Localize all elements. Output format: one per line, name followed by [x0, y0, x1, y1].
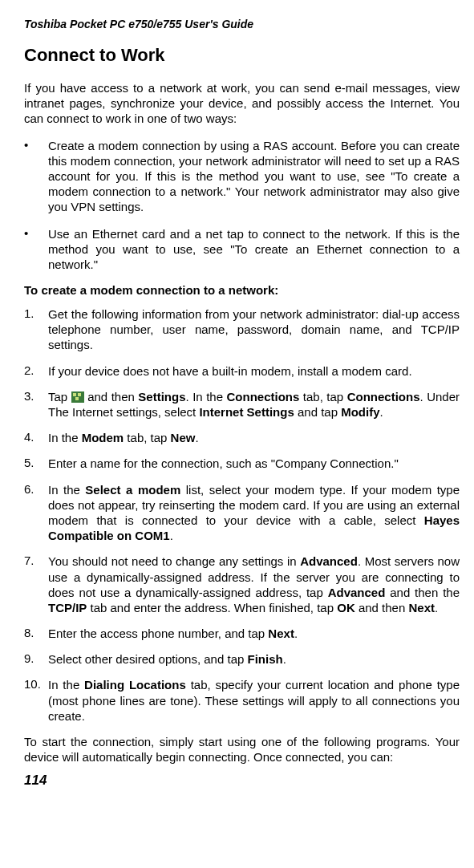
step-number: 5.	[24, 456, 48, 471]
bold-text: Finish	[248, 652, 283, 666]
step-text: Tap and then Settings. In the Connection…	[48, 389, 460, 420]
bullet-text: Use an Ethernet card and a net tap to co…	[48, 226, 460, 273]
page-container: Toshiba Pocket PC e750/e755 User's Guide…	[0, 0, 474, 805]
text-run: . In the	[186, 390, 227, 404]
list-item: 1. Get the following information from yo…	[24, 306, 460, 353]
running-head: Toshiba Pocket PC e750/e755 User's Guide	[24, 18, 460, 30]
bold-text: Modem	[82, 431, 124, 444]
step-number: 3.	[24, 389, 48, 420]
step-text: You should not need to change any settin…	[48, 554, 460, 615]
step-number: 8.	[24, 626, 48, 641]
text-run: and then the	[385, 586, 460, 599]
step-text: In the Dialing Locations tab, specify yo…	[48, 677, 460, 724]
text-run: Enter the access phone number, and tap	[48, 627, 268, 640]
bold-text: OK	[337, 601, 355, 614]
start-flag-icon	[71, 391, 84, 402]
bullet-text: Create a modem connection by using a RAS…	[48, 138, 460, 215]
text-run: In the	[48, 483, 85, 497]
text-run: .	[170, 529, 173, 542]
step-number: 4.	[24, 430, 48, 445]
list-item: 5. Enter a name for the connection, such…	[24, 456, 460, 471]
step-number: 6.	[24, 482, 48, 544]
text-run: .	[380, 405, 383, 419]
step-number: 1.	[24, 306, 48, 353]
bold-text: Select a modem	[85, 483, 180, 497]
bold-text: TCP/IP	[48, 601, 87, 614]
text-run: .	[195, 431, 198, 444]
text-run: tab, tap	[124, 431, 170, 444]
text-run: and tap	[294, 405, 341, 419]
list-item: 6. In the Select a modem list, select yo…	[24, 482, 460, 544]
svg-rect-3	[75, 397, 79, 400]
page-number: 114	[24, 773, 460, 789]
bold-text: Next	[408, 601, 435, 614]
bold-text: Connections	[226, 390, 299, 404]
bold-text: Settings	[138, 390, 185, 404]
svg-rect-1	[73, 393, 76, 396]
step-number: 10.	[24, 677, 48, 724]
list-item: 8. Enter the access phone number, and ta…	[24, 626, 460, 641]
text-run: tab, tap	[299, 390, 346, 404]
step-number: 9.	[24, 651, 48, 667]
text-run: .	[435, 601, 438, 614]
subheading: To create a modem connection to a networ…	[24, 283, 460, 297]
bold-text: Advanced	[328, 586, 386, 599]
list-item: 10. In the Dialing Locations tab, specif…	[24, 677, 460, 724]
step-text: In the Select a modem list, select your …	[48, 482, 460, 544]
list-item: 9. Select other desired options, and tap…	[24, 651, 460, 667]
text-run: In the	[48, 678, 84, 692]
list-item: 3. Tap and then Settings. In the Connect…	[24, 389, 460, 420]
step-text: Get the following information from your …	[48, 306, 460, 353]
closing-paragraph: To start the connection, simply start us…	[24, 734, 460, 765]
text-run: Select other desired options, and tap	[48, 652, 248, 666]
text-run: tab and enter the address. When finished…	[87, 601, 337, 614]
text-run: and then	[355, 601, 409, 614]
bullet-list: • Create a modem connection by using a R…	[24, 138, 460, 273]
list-item: 2. If your device does not have a built-…	[24, 363, 460, 379]
step-text: In the Modem tab, tap New.	[48, 430, 199, 445]
list-item: • Use an Ethernet card and a net tap to …	[24, 226, 460, 273]
step-text: Select other desired options, and tap Fi…	[48, 651, 286, 667]
svg-rect-2	[78, 393, 81, 396]
list-item: • Create a modem connection by using a R…	[24, 138, 460, 215]
list-item: 7. You should not need to change any set…	[24, 554, 460, 615]
step-text: Enter the access phone number, and tap N…	[48, 626, 298, 641]
bullet-marker: •	[24, 138, 48, 215]
list-item: 4. In the Modem tab, tap New.	[24, 430, 460, 445]
bullet-marker: •	[24, 226, 48, 273]
bold-text: Dialing Locations	[84, 678, 186, 692]
bold-text: Internet Settings	[199, 405, 294, 419]
text-run: .	[283, 652, 286, 666]
bold-text: Advanced	[300, 554, 358, 568]
step-number: 2.	[24, 363, 48, 379]
bold-text: Connections	[347, 390, 420, 404]
bold-text: Modify	[341, 405, 379, 419]
intro-paragraph: If you have access to a network at work,…	[24, 80, 460, 127]
bold-text: New	[171, 431, 196, 444]
text-run: In the	[48, 431, 82, 444]
section-title: Connect to Work	[24, 45, 460, 66]
text-run: You should not need to change any settin…	[48, 554, 300, 568]
text-run: .	[294, 627, 298, 640]
step-number: 7.	[24, 554, 48, 615]
text-run: Tap	[48, 390, 71, 404]
step-text: If your device does not have a built-in …	[48, 363, 412, 379]
bold-text: Next	[268, 627, 294, 640]
step-text: Enter a name for the connection, such as…	[48, 456, 399, 471]
text-run: and then	[84, 390, 139, 404]
steps-list: 1. Get the following information from yo…	[24, 306, 460, 724]
